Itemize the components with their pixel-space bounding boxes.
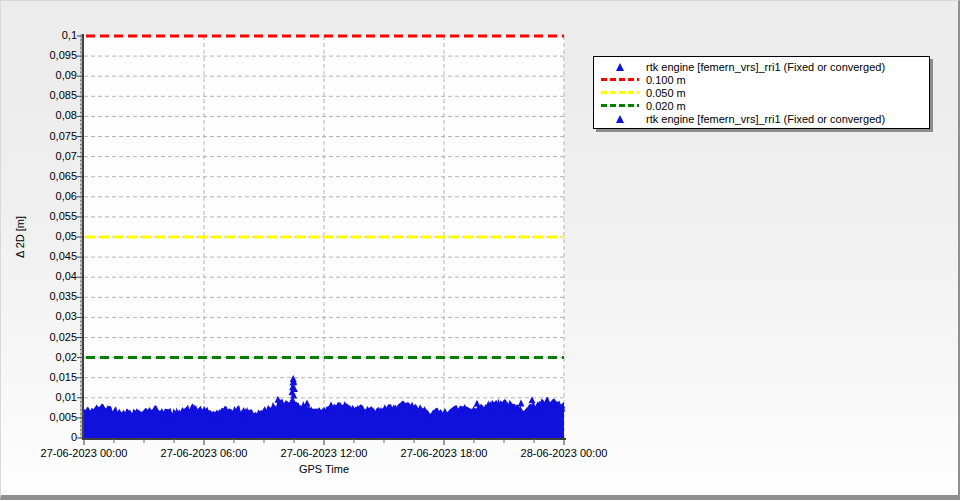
y-axis-title: Δ 2D [m] (14, 137, 28, 337)
y-tick-label: 0,095 (7, 49, 77, 62)
x-tick-label: 27-06-2023 06:00 (139, 447, 269, 460)
legend-label: 0.100 m (646, 74, 686, 86)
x-tick-label: 28-06-2023 00:00 (499, 447, 629, 460)
y-tick-label: 0,01 (7, 391, 77, 404)
y-tick-label: 0,085 (7, 89, 77, 102)
triangle-marker-icon (616, 63, 624, 71)
y-tick-label: 0,08 (7, 109, 77, 122)
legend-label: 0.020 m (646, 100, 686, 112)
legend-label: rtk engine [femern_vrs]_rri1 (Fixed or c… (646, 113, 885, 125)
x-tick-label: 27-06-2023 00:00 (19, 447, 149, 460)
legend-marker-dash (594, 104, 646, 107)
dashed-line-marker-icon (601, 91, 639, 94)
legend-marker-dash (594, 78, 646, 81)
x-tick-label: 27-06-2023 18:00 (379, 447, 509, 460)
y-tick-label: 0,005 (7, 411, 77, 424)
triangle-marker-icon (616, 115, 624, 123)
legend-entry: 0.100 m (594, 73, 929, 86)
x-axis-title: GPS Time (264, 463, 384, 475)
x-tick-label: 27-06-2023 12:00 (259, 447, 389, 460)
legend-label: rtk engine [femern_vrs]_rri1 (Fixed or c… (646, 61, 885, 73)
legend-entry: 0.020 m (594, 99, 929, 112)
legend-entry: rtk engine [femern_vrs]_rri1 (Fixed or c… (594, 112, 929, 125)
dashed-line-marker-icon (601, 78, 639, 81)
dashed-line-marker-icon (601, 104, 639, 107)
chart-window: 00,0050,010,0150,020,0250,030,0350,040,0… (0, 0, 960, 500)
y-tick-label: 0,015 (7, 371, 77, 384)
legend-entry: 0.050 m (594, 86, 929, 99)
legend-marker-dash (594, 91, 646, 94)
legend-entry: rtk engine [femern_vrs]_rri1 (Fixed or c… (594, 60, 929, 73)
y-tick-label: 0,09 (7, 69, 77, 82)
y-tick-label: 0,1 (7, 29, 77, 42)
legend-marker-triangle (594, 63, 646, 71)
y-tick-label: 0 (7, 431, 77, 444)
legend-marker-triangle (594, 115, 646, 123)
legend: rtk engine [femern_vrs]_rri1 (Fixed or c… (593, 56, 930, 129)
y-tick-label: 0,02 (7, 351, 77, 364)
legend-label: 0.050 m (646, 87, 686, 99)
